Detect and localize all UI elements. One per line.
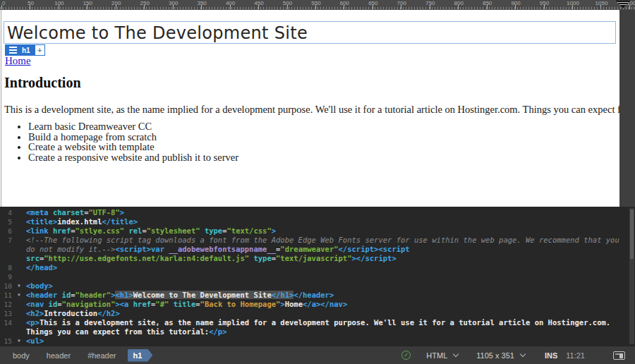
real-time-preview-icon[interactable]	[613, 351, 625, 360]
cursor-position: 11:21	[566, 351, 585, 360]
code-text: <meta charset="UTF-8">	[26, 208, 635, 217]
code-token: "stylesheet"	[147, 226, 200, 235]
design-view-gutter	[619, 10, 635, 207]
code-token: "http://use.edgefonts.net/karla:n4:defau…	[44, 254, 249, 262]
ruler-label: 0	[2, 0, 5, 6]
code-text: <body>	[26, 281, 635, 291]
code-token: ></script>	[352, 254, 397, 262]
code-row[interactable]: 8</head>	[0, 263, 635, 272]
code-token: "text/javascript"	[276, 254, 351, 262]
code-row[interactable]: do not modify it.--><script>var __adobew…	[0, 245, 635, 254]
code-text: <h2>Introduction</h2>	[26, 309, 635, 318]
introduction-heading[interactable]: Introduction	[4, 75, 81, 91]
code-row[interactable]: src="http://use.edgefonts.net/karla:n4:d…	[0, 254, 635, 263]
code-row[interactable]: 14<p>This is a development site, as the …	[0, 318, 635, 327]
code-text: do not modify it.--><script>var __adobew…	[26, 245, 635, 254]
code-token: Welcome to The Development Site	[133, 291, 272, 299]
list-item[interactable]: Create a website with template	[28, 142, 238, 152]
code-token: ><a	[115, 300, 128, 308]
code-row[interactable]: 10▼<body>	[0, 281, 635, 291]
home-link[interactable]: Home	[5, 55, 31, 67]
selected-element-outline[interactable]: Welcome to The Development Site	[4, 21, 616, 44]
live-view-page[interactable]: Welcome to The Development Site h1 + Hom…	[0, 10, 619, 207]
code-token: </h2>	[97, 309, 120, 317]
code-token: </header>	[294, 291, 334, 299]
code-row[interactable]: 13<h2>Introduction</h2>	[0, 309, 635, 318]
code-scrollbar[interactable]	[629, 208, 634, 344]
code-token: "#"	[155, 300, 169, 308]
list-item[interactable]: Build a homepage from scratch	[28, 132, 238, 142]
code-row[interactable]: 15▼<ul>	[0, 336, 635, 346]
code-text	[26, 272, 635, 281]
code-fold-spacer	[12, 226, 26, 236]
code-token: >	[120, 208, 124, 217]
code-fold-spacer	[12, 245, 26, 254]
code-row[interactable]: 6<link href="stlye.css" rel="stylesheet"…	[0, 226, 635, 236]
code-token: <meta	[26, 208, 49, 217]
code-token: "navigation"	[62, 300, 116, 308]
tutorial-list[interactable]: Learn basic Dreamweaver CCBuild a homepa…	[0, 121, 238, 162]
code-token: <h1>	[115, 291, 133, 299]
list-item[interactable]: Learn basic Dreamweaver CC	[28, 121, 238, 132]
tag-selector-header[interactable]: header	[41, 349, 76, 362]
code-token: <script>	[115, 245, 151, 253]
code-token: </a></nav>	[303, 300, 347, 308]
ruler-label: 650	[368, 0, 377, 6]
tag-selector-body[interactable]: body	[7, 349, 35, 362]
code-token: "Back to Homepage"	[200, 300, 281, 308]
lint-ok-icon[interactable]: ✓	[401, 351, 411, 360]
code-token: index.html	[57, 217, 102, 226]
code-fold-spacer	[12, 254, 26, 263]
code-fold-icon[interactable]: ▼	[12, 291, 26, 300]
code-token: type	[200, 226, 223, 235]
doc-type-dropdown[interactable]: HTML	[426, 351, 458, 360]
code-fold-icon[interactable]: ▼	[12, 281, 26, 291]
line-number: 8	[0, 263, 12, 272]
code-scrollbar-thumb[interactable]	[630, 210, 634, 259]
code-fold-spacer	[12, 327, 26, 336]
design-view: Welcome to The Development Site h1 + Hom…	[0, 10, 635, 207]
code-text: <!--The following script tag downloads a…	[26, 236, 635, 245]
code-token: Things you can expect from this tutorial…	[26, 327, 209, 336]
code-fold-icon[interactable]: ▼	[12, 336, 26, 346]
code-token: rel	[124, 226, 142, 235]
code-text: src="http://use.edgefonts.net/karla:n4:d…	[26, 254, 635, 263]
window-size-grabber-icon[interactable]	[614, 0, 632, 9]
code-row[interactable]: Things you can expect from this tutorial…	[0, 327, 635, 336]
status-bar: bodyheader#headerh1 ✓ HTML 1105 x 351 IN…	[0, 346, 635, 364]
code-row[interactable]: 9	[0, 272, 635, 281]
ruler-label: 100	[54, 0, 64, 6]
code-text: <ul>	[26, 336, 635, 346]
ruler-label: 500	[283, 0, 292, 6]
code-row[interactable]: 11▼<header id="header"><h1>Welcome to Th…	[0, 291, 635, 300]
list-item[interactable]: Create a responsive website and publish …	[28, 152, 238, 163]
tag-selector-id-header[interactable]: #header	[82, 349, 121, 362]
intro-paragraph[interactable]: This is a development site, as the name …	[4, 104, 635, 116]
code-token: href	[128, 300, 151, 308]
tag-selector-h1[interactable]: h1	[128, 349, 153, 362]
code-token: var	[151, 245, 164, 253]
line-number: 6	[0, 226, 12, 236]
code-token: <nav	[26, 300, 44, 308]
element-display-main[interactable]: h1	[5, 44, 35, 56]
code-token: </p>	[209, 327, 226, 336]
code-token: href	[49, 226, 71, 235]
ruler-label: 150	[83, 0, 92, 6]
code-row[interactable]: 7<!--The following script tag downloads …	[0, 236, 635, 245]
code-row[interactable]: 4<meta charset="UTF-8">	[0, 208, 635, 217]
code-row[interactable]: 5<title>index.html</title>	[0, 217, 635, 226]
code-fold-spacer	[12, 318, 26, 327]
hamburger-icon[interactable]	[9, 47, 17, 54]
code-token: </title>	[102, 217, 138, 226]
code-token: type	[249, 254, 272, 262]
line-number: 7	[0, 236, 12, 245]
plus-icon[interactable]: +	[35, 44, 45, 56]
code-fold-spacer	[12, 272, 26, 281]
window-size-dropdown[interactable]: 1105 x 351	[476, 351, 525, 360]
page-heading[interactable]: Welcome to The Development Site	[4, 22, 615, 43]
code-view[interactable]: 4<meta charset="UTF-8">5<title>index.htm…	[0, 207, 635, 346]
code-token: <!--The following script tag downloads a…	[26, 236, 619, 244]
ruler-label: 950	[540, 0, 549, 6]
code-row[interactable]: 12<nav id="navigation"><a href="#" title…	[0, 300, 635, 309]
code-lines[interactable]: 4<meta charset="UTF-8">5<title>index.htm…	[0, 208, 635, 346]
